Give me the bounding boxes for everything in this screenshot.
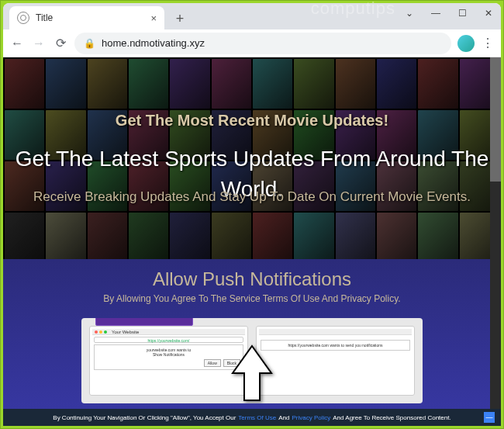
close-tab-icon[interactable]: ×: [150, 12, 157, 24]
cookie-text-post: And Agree To Receive Sponsored Content.: [333, 414, 450, 421]
browser-tab[interactable]: Title ×: [9, 6, 164, 29]
just-click-allow-badge: Just Click Allow: [95, 318, 193, 326]
cookie-close-button[interactable]: —: [484, 412, 495, 423]
demo-url: https://yourwebsite.com/: [94, 337, 243, 343]
lock-icon: 🔒: [84, 38, 95, 49]
scrollbar[interactable]: [490, 57, 501, 409]
allow-section: Allow Push Notifications By Allowing You…: [3, 259, 501, 426]
demo-notification: yourwebsite.com wants to Show Notificati…: [94, 344, 243, 370]
pointer-arrow-icon: [229, 342, 275, 403]
demo-allow-button: Allow: [204, 359, 221, 367]
tab-title: Title: [36, 12, 144, 23]
hero-text-block: Get The Most Recent Movie Updates! Get T…: [3, 57, 501, 221]
window-maximize-icon[interactable]: ☐: [454, 8, 470, 19]
url-text: home.ndmotivating.xyz: [102, 37, 205, 49]
forward-button[interactable]: →: [31, 36, 47, 50]
allow-title: Allow Push Notifications: [3, 268, 501, 290]
demo-notif-line: Show Notifications: [97, 352, 240, 357]
reload-button[interactable]: ⟳: [53, 36, 68, 50]
menu-button[interactable]: ⋮: [481, 36, 495, 50]
hero-subtitle-2: Receive Breaking Updates And Stay Up To …: [3, 189, 501, 206]
demo-browser-right: https://yourwebsite.com wants to send yo…: [256, 326, 415, 396]
demo-right-text: https://yourwebsite.com wants to send yo…: [264, 343, 407, 348]
cookie-consent-bar: By Continuing Your Navigation Or Clickin…: [3, 409, 501, 426]
cookie-text-and: And: [278, 414, 289, 421]
allow-subtitle: By Allowing You Agree To The Service Ter…: [3, 293, 501, 304]
url-input[interactable]: 🔒 home.ndmotivating.xyz: [74, 33, 451, 54]
window-down-icon[interactable]: ⌄: [402, 8, 417, 19]
cookie-text-pre: By Continuing Your Navigation Or Clickin…: [53, 414, 236, 421]
hero-subtitle-1: Get The Most Recent Movie Updates!: [3, 112, 501, 130]
browser-window: Title × + ⌄ — ☐ ✕ ← → ⟳ 🔒 home.ndmotivat…: [3, 3, 501, 426]
demo-tab-label: Your Website: [112, 330, 139, 334]
address-bar: ← → ⟳ 🔒 home.ndmotivating.xyz ⋮: [3, 29, 501, 57]
scrollbar-thumb[interactable]: [490, 57, 501, 182]
new-tab-button[interactable]: +: [169, 8, 191, 29]
demo-notification-right: https://yourwebsite.com wants to send yo…: [261, 340, 410, 351]
page-viewport: Get The Most Recent Movie Updates! Get T…: [3, 57, 501, 426]
window-minimize-icon[interactable]: —: [428, 8, 444, 19]
tab-bar: Title × + ⌄ — ☐ ✕: [3, 3, 501, 29]
demo-browser-left: Your Website https://yourwebsite.com/ yo…: [89, 326, 248, 396]
window-close-icon[interactable]: ✕: [481, 8, 496, 19]
demo-illustration: Just Click Allow Your Website https://yo…: [81, 318, 423, 403]
privacy-link[interactable]: Privacy Policy: [292, 414, 330, 421]
globe-icon: [17, 12, 29, 24]
profile-avatar[interactable]: [457, 35, 475, 52]
terms-link[interactable]: Terms Of Use: [238, 414, 276, 421]
back-button[interactable]: ←: [9, 36, 25, 50]
